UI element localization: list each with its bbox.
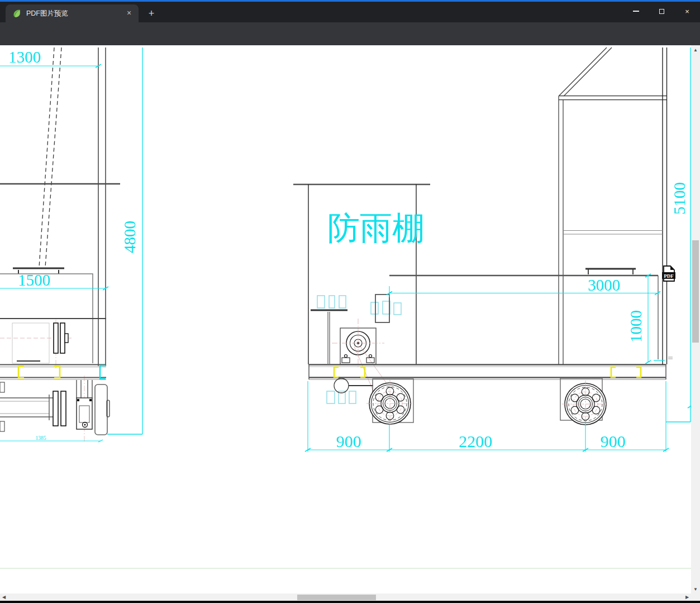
page-content: 1300 1500 4800 1385 防雨棚 xyxy=(0,45,700,593)
dim-1000: 1000 xyxy=(627,310,645,343)
pdf-download-widget[interactable]: PDF xyxy=(662,266,675,281)
highlight-brackets xyxy=(334,367,641,377)
front-wheel xyxy=(366,380,413,427)
side-view: 防雨棚 xyxy=(293,184,666,428)
dim-900-rear: 900 xyxy=(601,432,626,450)
scroll-left-arrow[interactable]: ◀ xyxy=(0,593,8,601)
browser-tab[interactable]: PDF图片预览 × xyxy=(6,4,139,22)
dim-5100: 5100 xyxy=(670,182,688,215)
minimize-button[interactable] xyxy=(623,2,649,21)
dim-1300: 1300 xyxy=(8,48,41,66)
left-view-dimensions: 1300 1500 4800 1385 xyxy=(0,48,142,442)
tab-title: PDF图片预览 xyxy=(26,9,124,18)
highlight-bracket xyxy=(54,367,60,378)
dim-1385: 1385 xyxy=(36,435,46,441)
scroll-down-arrow[interactable]: ▼ xyxy=(691,587,700,592)
scroll-up-arrow[interactable]: ▲ xyxy=(691,48,700,53)
new-tab-button[interactable]: + xyxy=(145,8,158,20)
maximize-icon xyxy=(659,9,664,14)
highlight-bracket xyxy=(18,367,24,378)
browser-window: { "chrome": { "tab": { "title": "PDF图片预览… xyxy=(0,0,700,603)
vertical-scrollbar[interactable]: ▲ ▼ xyxy=(691,45,700,593)
pdf-badge-label: PDF xyxy=(664,273,674,279)
horizontal-scrollbar-thumb[interactable] xyxy=(297,595,376,600)
maximize-button[interactable] xyxy=(649,2,674,21)
dim-2200: 2200 xyxy=(459,432,492,450)
window-bottom-edge xyxy=(0,601,700,603)
close-button[interactable]: × xyxy=(674,2,700,21)
dim-900-front: 900 xyxy=(336,432,361,450)
canopy-label: 防雨棚 xyxy=(327,210,425,246)
window-controls: × xyxy=(623,2,700,21)
horizontal-scrollbar[interactable]: ◀ ▶ xyxy=(0,593,700,601)
dim-1500: 1500 xyxy=(18,271,50,289)
left-view xyxy=(0,48,120,443)
vertical-scrollbar-thumb[interactable] xyxy=(692,240,699,343)
toolbar: ← → ↻ ⌂ i localhost:8012/onlinePreview?u… xyxy=(0,22,700,45)
side-view-dimensions: 900 2200 900 3000 1000 5100 xyxy=(305,48,691,452)
dim-4800: 4800 xyxy=(121,221,139,253)
scroll-right-arrow[interactable]: ▶ xyxy=(683,593,691,601)
titlebar: PDF图片预览 × + × xyxy=(0,2,700,22)
minimize-icon xyxy=(633,11,639,12)
tab-close-icon[interactable]: × xyxy=(124,8,134,18)
cad-drawing-canvas: 1300 1500 4800 1385 防雨棚 xyxy=(0,45,691,593)
spring-leaf-favicon xyxy=(12,9,21,18)
dim-3000: 3000 xyxy=(588,276,620,294)
